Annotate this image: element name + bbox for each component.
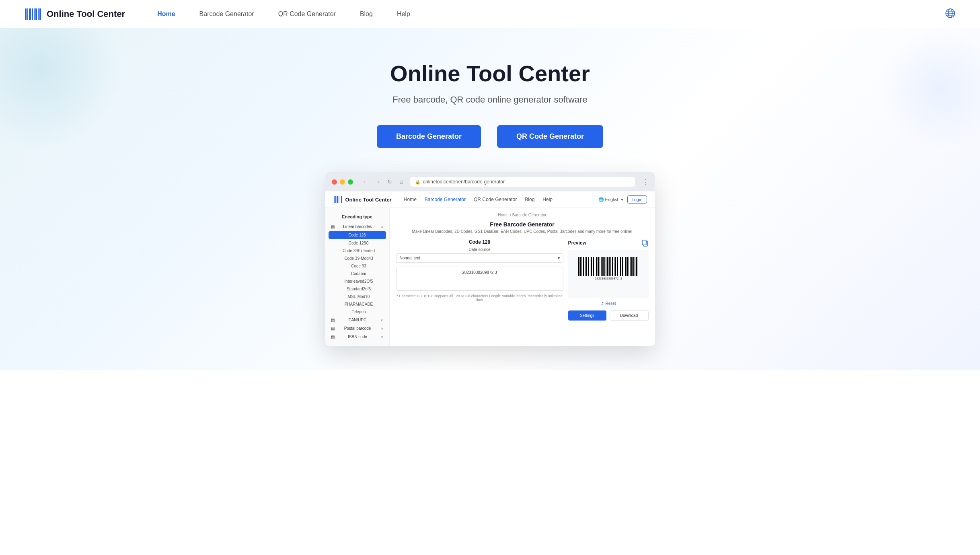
svg-rect-55 bbox=[633, 257, 634, 276]
svg-rect-51 bbox=[627, 257, 628, 276]
inner-logo: Online Tool Center bbox=[333, 195, 392, 204]
svg-rect-17 bbox=[340, 196, 340, 203]
back-button[interactable]: ← bbox=[361, 177, 370, 186]
hero-section: Online Tool Center Free barcode, QR code… bbox=[0, 28, 980, 370]
sidebar-item-msl[interactable]: MSL-Mod10 bbox=[325, 293, 389, 300]
svg-rect-57 bbox=[636, 257, 637, 276]
browser-menu-button[interactable]: ⋮ bbox=[642, 178, 649, 186]
traffic-light-green[interactable] bbox=[348, 179, 353, 185]
inner-nav-qr[interactable]: QR Code Generator bbox=[474, 197, 517, 202]
svg-rect-20 bbox=[642, 240, 646, 245]
inner-nav-barcode[interactable]: Barcode Generator bbox=[425, 197, 466, 202]
sidebar-item-pharmacade[interactable]: PHARMACADE bbox=[325, 300, 389, 308]
svg-rect-47 bbox=[620, 257, 621, 276]
linear-cat-icon: ▤ bbox=[331, 224, 335, 229]
character-note: * Character: CODE128 supports all 128 AS… bbox=[396, 294, 563, 302]
svg-rect-31 bbox=[595, 257, 595, 276]
traffic-light-yellow[interactable] bbox=[340, 179, 345, 185]
settings-button[interactable]: Settings bbox=[568, 310, 606, 321]
action-buttons: Settings Download bbox=[568, 310, 649, 321]
copy-icon[interactable] bbox=[641, 239, 649, 247]
sidebar-item-standard2of5[interactable]: Standard2of5 bbox=[325, 285, 389, 293]
sidebar-category-isbn[interactable]: ▤ ISBN code ∨ bbox=[325, 333, 389, 341]
sidebar-item-code39ext[interactable]: Code 39Extended bbox=[325, 247, 389, 255]
inner-nav-blog[interactable]: Blog bbox=[525, 197, 534, 202]
inner-login-button[interactable]: Login bbox=[627, 195, 647, 204]
svg-rect-4 bbox=[34, 8, 35, 20]
sidebar-item-codabar[interactable]: Codabar bbox=[325, 270, 389, 278]
svg-rect-28 bbox=[590, 257, 590, 276]
svg-rect-2 bbox=[29, 8, 31, 20]
home-button[interactable]: ⌂ bbox=[397, 177, 406, 186]
svg-rect-0 bbox=[25, 8, 27, 20]
encoding-type-label: Encoding type bbox=[325, 213, 389, 222]
sidebar-item-code39mod[interactable]: Code 39-Mod43 bbox=[325, 255, 389, 262]
svg-rect-15 bbox=[337, 196, 338, 203]
svg-rect-39 bbox=[607, 257, 608, 276]
inner-nav: Home Barcode Generator QR Code Generator… bbox=[404, 197, 553, 202]
svg-rect-14 bbox=[335, 196, 336, 203]
svg-rect-13 bbox=[334, 196, 335, 203]
svg-rect-45 bbox=[617, 257, 618, 276]
svg-text:20231030289872 3: 20231030289872 3 bbox=[595, 277, 622, 280]
svg-rect-32 bbox=[596, 257, 597, 276]
svg-rect-26 bbox=[586, 257, 587, 276]
globe-icon[interactable] bbox=[945, 8, 956, 19]
chevron-down-postal-icon: ∨ bbox=[381, 327, 384, 331]
main-nav: Home Barcode Generator QR Code Generator… bbox=[157, 10, 945, 18]
left-panel: Code 128 Data source Normal text ▾ 20231… bbox=[396, 239, 563, 321]
inner-nav-home[interactable]: Home bbox=[404, 197, 417, 202]
address-bar[interactable]: 🔒 onlinetoolcenter/en/barcode-generator bbox=[410, 177, 635, 187]
svg-rect-18 bbox=[341, 196, 342, 203]
nav-home[interactable]: Home bbox=[157, 10, 175, 18]
sidebar-item-telepen[interactable]: Telepen bbox=[325, 308, 389, 316]
sidebar-item-interleaved[interactable]: Interleaved2Of5 bbox=[325, 278, 389, 285]
svg-rect-7 bbox=[39, 8, 41, 20]
inner-header: Online Tool Center Home Barcode Generato… bbox=[325, 191, 655, 208]
svg-rect-53 bbox=[630, 257, 631, 276]
reset-button[interactable]: ↺ Reset bbox=[568, 301, 649, 306]
nav-blog[interactable]: Blog bbox=[360, 10, 373, 18]
inner-logo-text: Online Tool Center bbox=[345, 197, 392, 203]
barcode-generator-button[interactable]: Barcode Generator bbox=[377, 125, 481, 148]
header-right bbox=[945, 8, 956, 21]
inner-content: Encoding type ▤ Linear barcodes ∧ Code 1… bbox=[325, 208, 655, 346]
svg-rect-25 bbox=[585, 257, 586, 276]
sidebar-item-code128c[interactable]: Code 128C bbox=[325, 239, 389, 247]
sidebar-category-linear[interactable]: ▤ Linear barcodes ∧ bbox=[325, 222, 389, 231]
hero-buttons: Barcode Generator QR Code Generator bbox=[16, 125, 964, 148]
barcode-input[interactable]: 20231030289872 3 bbox=[396, 267, 563, 291]
preview-title: Preview bbox=[568, 240, 586, 246]
logo-link[interactable]: Online Tool Center bbox=[24, 5, 125, 23]
svg-rect-52 bbox=[629, 257, 629, 276]
sidebar-category-ean[interactable]: ▤ EAN/UPC ∨ bbox=[325, 316, 389, 324]
inner-language-selector[interactable]: 🌐 English ▾ bbox=[598, 197, 623, 202]
svg-rect-3 bbox=[32, 8, 33, 20]
preview-box: 20231030289872 3 bbox=[568, 250, 649, 298]
sidebar-category-postal[interactable]: ▤ Postal barcode ∨ bbox=[325, 324, 389, 333]
svg-rect-46 bbox=[619, 257, 619, 276]
qr-generator-button[interactable]: QR Code Generator bbox=[497, 125, 603, 148]
lock-icon: 🔒 bbox=[415, 179, 421, 185]
nav-help[interactable]: Help bbox=[397, 10, 410, 18]
traffic-light-red[interactable] bbox=[332, 179, 337, 185]
forward-button[interactable]: → bbox=[373, 177, 382, 186]
download-button[interactable]: Download bbox=[610, 310, 649, 321]
svg-rect-37 bbox=[604, 257, 605, 276]
sidebar-item-code93[interactable]: Code 93 bbox=[325, 262, 389, 270]
svg-rect-22 bbox=[580, 257, 581, 276]
svg-rect-5 bbox=[35, 8, 37, 20]
svg-rect-16 bbox=[339, 196, 339, 203]
inner-nav-help[interactable]: Help bbox=[542, 197, 553, 202]
svg-rect-43 bbox=[614, 257, 614, 276]
sidebar-item-code128[interactable]: Code 128 bbox=[329, 231, 386, 239]
reset-icon: ↺ bbox=[600, 301, 604, 306]
svg-rect-34 bbox=[600, 257, 600, 276]
nav-barcode[interactable]: Barcode Generator bbox=[199, 10, 254, 18]
data-source-select[interactable]: Normal text ▾ bbox=[396, 253, 563, 263]
url-text: onlinetoolcenter/en/barcode-generator bbox=[423, 179, 505, 185]
reload-button[interactable]: ↻ bbox=[385, 177, 394, 186]
browser-nav: ← → ↻ ⌂ bbox=[361, 177, 406, 186]
inner-main-panel: Home › Barcode Generator Free Barcode Ge… bbox=[390, 208, 655, 346]
nav-qr[interactable]: QR Code Generator bbox=[278, 10, 336, 18]
